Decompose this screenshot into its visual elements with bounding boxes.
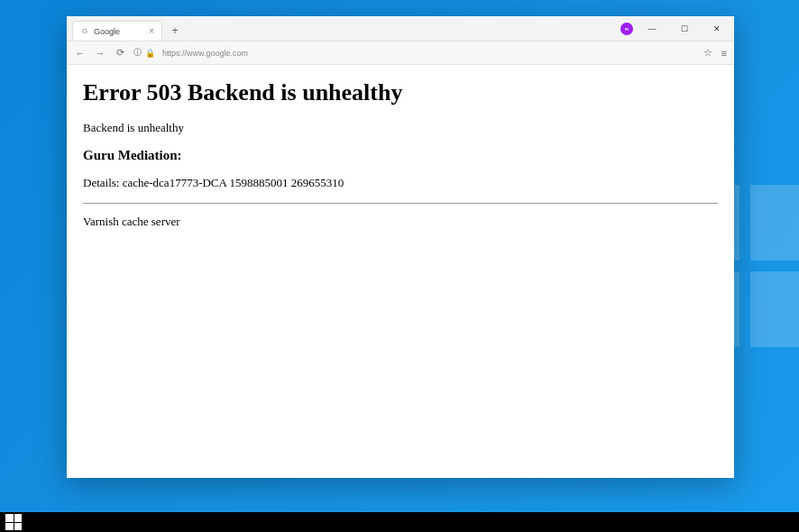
tab-close-icon[interactable]: × [149,26,154,36]
tab-favicon-icon: G [80,27,89,36]
address-right-icons: ☆ ≡ [703,47,727,59]
maximize-button[interactable]: ☐ [671,16,698,41]
error-details: Details: cache-dca17773-DCA 1598885001 2… [83,176,718,190]
divider [83,203,718,204]
titlebar: G Google × + ∞ — ☐ ✕ [67,16,734,41]
new-tab-button[interactable]: + [166,21,184,41]
taskbar[interactable] [0,512,799,532]
tab-title: Google [94,27,144,36]
lock-icon[interactable]: 🔒 [145,49,155,58]
extension-icon[interactable]: ∞ [620,23,633,35]
address-security-icons: ⓘ 🔒 [133,47,155,59]
browser-window: G Google × + ∞ — ☐ ✕ ← → ⟳ ⓘ 🔒 https://w… [67,16,734,478]
site-info-icon[interactable]: ⓘ [133,47,142,59]
server-footer: Varnish cache server [83,215,718,229]
guru-mediation-heading: Guru Mediation: [83,148,718,163]
error-message: Backend is unhealthy [83,121,718,135]
page-content: Error 503 Backend is unhealthy Backend i… [67,65,734,478]
start-button[interactable] [5,514,22,530]
minimize-button[interactable]: — [638,16,666,41]
window-controls: ∞ — ☐ ✕ [620,16,734,41]
url-input[interactable]: https://www.google.com [162,49,696,58]
browser-tab[interactable]: G Google × [72,21,162,41]
address-bar-row: ← → ⟳ ⓘ 🔒 https://www.google.com ☆ ≡ [67,41,734,65]
bookmark-star-icon[interactable]: ☆ [703,47,712,59]
back-button[interactable]: ← [74,48,87,59]
menu-icon[interactable]: ≡ [721,48,727,59]
close-window-button[interactable]: ✕ [703,16,730,41]
reload-button[interactable]: ⟳ [114,47,126,59]
forward-button[interactable]: → [94,48,106,59]
tabs-area: G Google × + [67,16,620,41]
error-heading: Error 503 Backend is unhealthy [83,79,718,106]
